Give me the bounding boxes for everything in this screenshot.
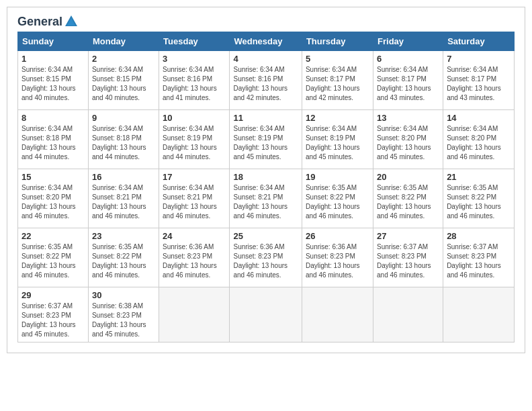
week-row-1: 1Sunrise: 6:34 AM Sunset: 8:15 PM Daylig… [18,51,515,110]
day-number: 9 [92,113,155,123]
day-detail: Sunrise: 6:34 AM Sunset: 8:21 PM Dayligh… [92,183,155,221]
day-number: 14 [447,113,511,123]
day-number: 12 [306,113,369,123]
day-detail: Sunrise: 6:36 AM Sunset: 8:23 PM Dayligh… [163,242,226,280]
day-cell-23: 23Sunrise: 6:35 AM Sunset: 8:22 PM Dayli… [88,228,159,287]
day-cell-20: 20Sunrise: 6:35 AM Sunset: 8:22 PM Dayli… [373,169,443,228]
header-day-friday: Friday [373,32,443,51]
header-day-saturday: Saturday [443,32,515,51]
day-cell-6: 6Sunrise: 6:34 AM Sunset: 8:17 PM Daylig… [373,51,443,110]
calendar-table: SundayMondayTuesdayWednesdayThursdayFrid… [17,32,515,342]
day-cell-5: 5Sunrise: 6:34 AM Sunset: 8:17 PM Daylig… [302,51,373,110]
header-day-sunday: Sunday [18,32,89,51]
day-cell-3: 3Sunrise: 6:34 AM Sunset: 8:16 PM Daylig… [159,51,230,110]
week-row-4: 22Sunrise: 6:35 AM Sunset: 8:22 PM Dayli… [18,228,515,287]
day-detail: Sunrise: 6:38 AM Sunset: 8:23 PM Dayligh… [92,302,155,339]
day-number: 20 [377,172,439,182]
day-number: 15 [21,172,85,182]
day-number: 18 [233,172,298,182]
day-cell-28: 28Sunrise: 6:37 AM Sunset: 8:23 PM Dayli… [443,228,515,287]
day-cell-2: 2Sunrise: 6:34 AM Sunset: 8:15 PM Daylig… [88,51,159,110]
day-cell-18: 18Sunrise: 6:34 AM Sunset: 8:21 PM Dayli… [230,169,302,228]
logo: General [17,14,79,26]
day-detail: Sunrise: 6:35 AM Sunset: 8:22 PM Dayligh… [92,242,155,280]
day-number: 6 [377,54,439,64]
day-cell-11: 11Sunrise: 6:34 AM Sunset: 8:19 PM Dayli… [230,110,302,169]
empty-cell [230,287,302,342]
empty-cell [302,287,373,342]
logo-general: General [17,15,62,29]
day-cell-25: 25Sunrise: 6:36 AM Sunset: 8:23 PM Dayli… [230,228,302,287]
day-cell-1: 1Sunrise: 6:34 AM Sunset: 8:15 PM Daylig… [18,51,89,110]
day-detail: Sunrise: 6:34 AM Sunset: 8:17 PM Dayligh… [447,65,511,103]
day-number: 4 [233,54,298,64]
day-detail: Sunrise: 6:34 AM Sunset: 8:19 PM Dayligh… [233,124,298,162]
day-cell-12: 12Sunrise: 6:34 AM Sunset: 8:19 PM Dayli… [302,110,373,169]
day-cell-9: 9Sunrise: 6:34 AM Sunset: 8:18 PM Daylig… [88,110,159,169]
day-cell-30: 30Sunrise: 6:38 AM Sunset: 8:23 PM Dayli… [88,287,159,342]
day-number: 8 [21,113,85,123]
day-detail: Sunrise: 6:34 AM Sunset: 8:15 PM Dayligh… [92,65,155,103]
day-detail: Sunrise: 6:34 AM Sunset: 8:20 PM Dayligh… [447,124,511,162]
day-number: 30 [92,290,155,300]
day-number: 3 [163,54,226,64]
logo-icon [64,14,79,29]
header-day-thursday: Thursday [302,32,373,51]
day-detail: Sunrise: 6:37 AM Sunset: 8:23 PM Dayligh… [21,302,85,339]
day-detail: Sunrise: 6:34 AM Sunset: 8:20 PM Dayligh… [21,183,85,221]
day-cell-27: 27Sunrise: 6:37 AM Sunset: 8:23 PM Dayli… [373,228,443,287]
header-day-monday: Monday [88,32,159,51]
day-cell-8: 8Sunrise: 6:34 AM Sunset: 8:18 PM Daylig… [18,110,89,169]
day-detail: Sunrise: 6:35 AM Sunset: 8:22 PM Dayligh… [377,183,439,221]
day-number: 7 [447,54,511,64]
empty-cell [443,287,515,342]
day-detail: Sunrise: 6:36 AM Sunset: 8:23 PM Dayligh… [306,242,369,280]
day-cell-7: 7Sunrise: 6:34 AM Sunset: 8:17 PM Daylig… [443,51,515,110]
empty-cell [373,287,443,342]
day-number: 11 [233,113,298,123]
day-number: 25 [233,231,298,241]
day-cell-26: 26Sunrise: 6:36 AM Sunset: 8:23 PM Dayli… [302,228,373,287]
day-number: 24 [163,231,226,241]
day-detail: Sunrise: 6:37 AM Sunset: 8:23 PM Dayligh… [447,242,511,280]
day-detail: Sunrise: 6:35 AM Sunset: 8:22 PM Dayligh… [306,183,369,221]
day-cell-15: 15Sunrise: 6:34 AM Sunset: 8:20 PM Dayli… [18,169,89,228]
day-cell-16: 16Sunrise: 6:34 AM Sunset: 8:21 PM Dayli… [88,169,159,228]
day-detail: Sunrise: 6:35 AM Sunset: 8:22 PM Dayligh… [21,242,85,280]
day-number: 13 [377,113,439,123]
day-number: 5 [306,54,369,64]
day-detail: Sunrise: 6:34 AM Sunset: 8:21 PM Dayligh… [163,183,226,221]
day-detail: Sunrise: 6:34 AM Sunset: 8:21 PM Dayligh… [233,183,298,221]
day-number: 21 [447,172,511,182]
day-cell-29: 29Sunrise: 6:37 AM Sunset: 8:23 PM Dayli… [18,287,89,342]
week-row-2: 8Sunrise: 6:34 AM Sunset: 8:18 PM Daylig… [18,110,515,169]
day-detail: Sunrise: 6:34 AM Sunset: 8:16 PM Dayligh… [163,65,226,103]
empty-cell [159,287,230,342]
day-number: 16 [92,172,155,182]
day-number: 1 [21,54,85,64]
day-detail: Sunrise: 6:34 AM Sunset: 8:17 PM Dayligh… [306,65,369,103]
header-row: SundayMondayTuesdayWednesdayThursdayFrid… [18,32,515,51]
day-detail: Sunrise: 6:34 AM Sunset: 8:15 PM Dayligh… [21,65,85,103]
day-number: 19 [306,172,369,182]
day-cell-21: 21Sunrise: 6:35 AM Sunset: 8:22 PM Dayli… [443,169,515,228]
day-detail: Sunrise: 6:34 AM Sunset: 8:18 PM Dayligh… [21,124,85,162]
day-number: 26 [306,231,369,241]
day-cell-24: 24Sunrise: 6:36 AM Sunset: 8:23 PM Dayli… [159,228,230,287]
day-cell-17: 17Sunrise: 6:34 AM Sunset: 8:21 PM Dayli… [159,169,230,228]
day-number: 10 [163,113,226,123]
day-number: 27 [377,231,439,241]
day-cell-10: 10Sunrise: 6:34 AM Sunset: 8:19 PM Dayli… [159,110,230,169]
day-detail: Sunrise: 6:34 AM Sunset: 8:19 PM Dayligh… [306,124,369,162]
day-detail: Sunrise: 6:37 AM Sunset: 8:23 PM Dayligh… [377,242,439,280]
week-row-5: 29Sunrise: 6:37 AM Sunset: 8:23 PM Dayli… [18,287,515,342]
day-detail: Sunrise: 6:34 AM Sunset: 8:17 PM Dayligh… [377,65,439,103]
day-cell-14: 14Sunrise: 6:34 AM Sunset: 8:20 PM Dayli… [443,110,515,169]
day-detail: Sunrise: 6:34 AM Sunset: 8:18 PM Dayligh… [92,124,155,162]
day-cell-22: 22Sunrise: 6:35 AM Sunset: 8:22 PM Dayli… [18,228,89,287]
header-day-wednesday: Wednesday [230,32,302,51]
day-detail: Sunrise: 6:34 AM Sunset: 8:20 PM Dayligh… [377,124,439,162]
day-number: 2 [92,54,155,64]
day-cell-19: 19Sunrise: 6:35 AM Sunset: 8:22 PM Dayli… [302,169,373,228]
day-cell-13: 13Sunrise: 6:34 AM Sunset: 8:20 PM Dayli… [373,110,443,169]
